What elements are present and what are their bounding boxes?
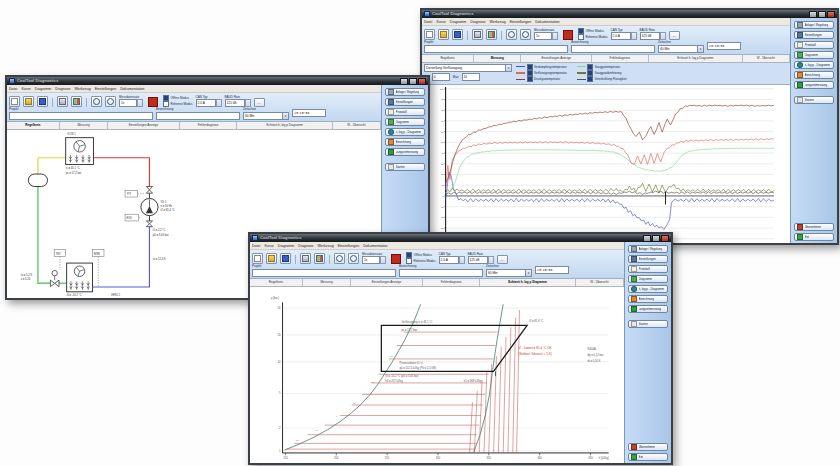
project-field[interactable]	[9, 112, 153, 120]
tab-einstellungen-anzeige[interactable]: Einstellungen Anzeige	[108, 122, 180, 129]
save-button[interactable]	[280, 253, 291, 264]
open-button[interactable]	[266, 253, 277, 264]
maximize-button[interactable]	[818, 11, 826, 18]
menu-item[interactable]: Datei	[424, 20, 432, 24]
print-button[interactable]	[300, 253, 311, 264]
start-button[interactable]: Starten	[628, 320, 668, 328]
panel-button-longterm[interactable]: Langzeitmessung	[628, 305, 668, 313]
offline-mode-checkbox[interactable]	[406, 252, 412, 258]
panel-button-calc[interactable]: Berechnung	[794, 71, 834, 79]
tab-echtzeit-h-log-p-diagramm[interactable]: Echtzeit h, log p Diagramm	[480, 279, 575, 286]
minimize-button[interactable]	[809, 11, 817, 18]
compressor[interactable]	[141, 198, 158, 215]
titlebar[interactable]: CoolTool Diagnostics	[7, 77, 428, 85]
panel-button-longterm[interactable]: Langzeitmessung	[385, 148, 425, 156]
open-button[interactable]	[438, 29, 449, 40]
legend-checkbox[interactable]	[527, 76, 533, 82]
menu-item[interactable]: Diagramm	[278, 244, 295, 248]
menu-item[interactable]: Kurve	[436, 20, 445, 24]
evaporator[interactable]	[67, 263, 93, 292]
menu-item[interactable]: Diagramm	[35, 87, 52, 91]
panel-button-ph[interactable]: h, log p - Diagramm	[794, 61, 834, 69]
menu-item[interactable]: Werkzeug	[490, 20, 506, 24]
zoom-out-button[interactable]	[348, 253, 359, 264]
exit-button[interactable]: Exit	[628, 453, 668, 461]
menu-item[interactable]: Datei	[9, 87, 17, 91]
panel-button-settings[interactable]: Einstellungen	[628, 255, 668, 263]
minimize-button[interactable]	[400, 78, 408, 85]
menu-item[interactable]: Diagnose	[55, 87, 70, 91]
new-button[interactable]	[9, 96, 20, 107]
tab-w-übersicht[interactable]: W - Übersicht	[333, 122, 381, 129]
can-type-field[interactable]: 2.0 A	[611, 32, 631, 40]
menu-item[interactable]: Einstellungen	[338, 244, 360, 248]
chart-button[interactable]	[486, 29, 497, 40]
menu-item[interactable]: Dokumentation	[535, 20, 559, 24]
tab-regelkreis[interactable]: Regelkreis	[250, 279, 303, 286]
close-button[interactable]	[661, 235, 669, 242]
dataset-field[interactable]: 1s	[362, 256, 380, 264]
project-field[interactable]	[424, 45, 568, 53]
offline-mode-checkbox[interactable]	[163, 95, 169, 101]
baud-rate-spinner[interactable]	[245, 99, 251, 107]
legend-checkbox[interactable]	[587, 70, 593, 76]
suction-valve[interactable]	[146, 220, 152, 226]
menu-item[interactable]: Kurve	[21, 87, 30, 91]
discharge-valve[interactable]	[146, 186, 152, 193]
exit-button[interactable]: Exit	[794, 233, 834, 241]
description-field[interactable]	[571, 45, 655, 53]
project-field[interactable]	[252, 269, 396, 277]
description-field[interactable]	[156, 112, 240, 120]
print-button[interactable]	[57, 96, 68, 107]
menu-item[interactable]: Dokumentation	[120, 87, 144, 91]
panel-button-protocol[interactable]: Protokoll	[794, 41, 834, 49]
baud-rate-field[interactable]: 125 kB	[225, 99, 245, 107]
more-button[interactable]: …	[254, 98, 265, 107]
chevron-down-icon[interactable]: ▾	[698, 45, 704, 53]
tab-regelkreis[interactable]: Regelkreis	[7, 122, 60, 129]
save-button[interactable]	[452, 29, 463, 40]
tab-messung[interactable]: Messung	[474, 55, 521, 62]
tab-fehlerdiagnose[interactable]: Fehlerdiagnose	[180, 122, 238, 129]
panel-button-calc[interactable]: Berechnung	[628, 295, 668, 303]
menu-item[interactable]: Diagnose	[298, 244, 313, 248]
apply-button[interactable]: Übernehmen	[794, 223, 834, 231]
save-button[interactable]	[37, 96, 48, 107]
panel-button-settings[interactable]: Einstellungen	[794, 31, 834, 39]
tab-messung[interactable]: Messung	[303, 279, 351, 286]
can-type-field[interactable]: 2.0 A	[196, 99, 216, 107]
print-button[interactable]	[472, 29, 483, 40]
window-ph-diagram[interactable]: CoolTool Diagnostics DateiKurveDiagrammD…	[248, 232, 673, 465]
expansion-valve[interactable]	[50, 270, 59, 286]
dataset-spinner[interactable]	[552, 32, 558, 40]
baud-rate-field[interactable]: 125 kB	[640, 32, 660, 40]
menu-item[interactable]: Einstellungen	[95, 87, 117, 91]
max-field[interactable]: 10	[462, 73, 480, 81]
menu-item[interactable]: Einstellungen	[510, 20, 532, 24]
start-button[interactable]: Starten	[794, 96, 834, 104]
panel-button-diagram[interactable]: Diagramm	[385, 118, 425, 126]
menu-item[interactable]: Diagnose	[470, 20, 485, 24]
menu-item[interactable]: Datei	[252, 244, 260, 248]
legend-checkbox[interactable]	[527, 64, 533, 70]
more-button[interactable]: …	[497, 255, 508, 264]
zoom-out-button[interactable]	[105, 96, 116, 107]
panel-button-plant[interactable]: Anlage / Regelung	[385, 88, 425, 96]
zoom-in-button[interactable]	[334, 253, 345, 264]
panel-button-plant[interactable]: Anlage / Regelung	[794, 21, 834, 29]
condenser[interactable]	[66, 137, 94, 164]
chart-button[interactable]	[71, 96, 82, 107]
tab-fehlerdiagnose[interactable]: Fehlerdiagnose	[423, 279, 481, 286]
panel-button-ph[interactable]: h, log p - Diagramm	[628, 285, 668, 293]
tab-w-übersicht[interactable]: W - Übersicht	[576, 279, 624, 286]
dataset-spinner[interactable]	[137, 99, 143, 107]
baud-rate-field[interactable]: 125 kB	[468, 256, 488, 264]
time-axis-field[interactable]: 60 Min	[658, 45, 698, 53]
close-button[interactable]	[827, 11, 835, 18]
menu-item[interactable]: Diagramm	[450, 20, 467, 24]
panel-button-settings[interactable]: Einstellungen	[385, 98, 425, 106]
baud-rate-spinner[interactable]	[660, 32, 666, 40]
maximize-button[interactable]	[652, 235, 660, 242]
zoom-in-button[interactable]	[91, 96, 102, 107]
dataset-field[interactable]: 1s	[119, 99, 137, 107]
